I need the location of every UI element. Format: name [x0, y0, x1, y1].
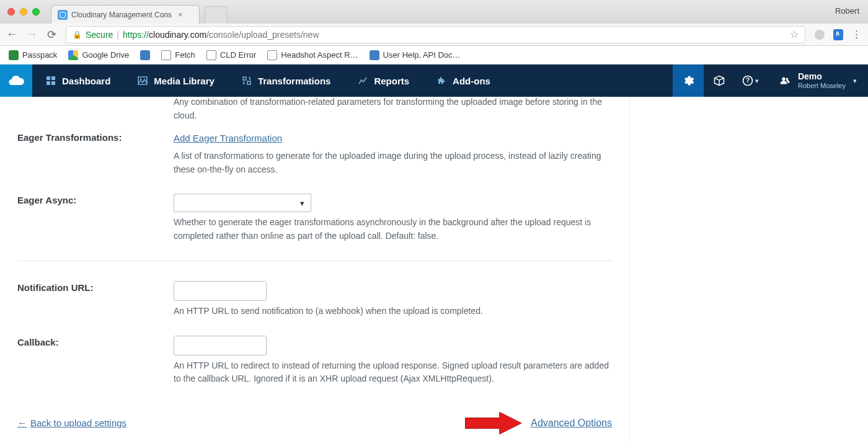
callback-hint: An HTTP URL to redirect to instead of re… — [174, 359, 612, 386]
annotation-arrow — [465, 412, 522, 434]
puzzle-icon — [436, 76, 446, 86]
svg-text:?: ? — [746, 77, 750, 84]
add-eager-transformation-link[interactable]: Add Eager Transformation — [174, 133, 282, 143]
label-eager-transformations: Eager Transformations: — [17, 131, 174, 176]
nav-media-library[interactable]: Media Library — [124, 65, 228, 97]
nav-transformations[interactable]: Transformations — [228, 65, 345, 97]
notification-url-input[interactable] — [174, 281, 267, 301]
window-chrome: Cloudinary Management Cons × Robert — [0, 0, 868, 24]
row-notification-url: Notification URL: An HTTP URL to send no… — [17, 272, 612, 327]
bookmark-google-drive[interactable]: Google Drive — [68, 50, 129, 60]
nav-label: Add-ons — [453, 76, 490, 86]
cloudinary-favicon — [58, 10, 68, 20]
url-bar: ← → ⟳ 🔒 Secure | https://cloudinary.com/… — [0, 24, 868, 46]
account-name: Demo — [798, 72, 846, 81]
grid-icon — [46, 76, 56, 86]
bookmark-label: Fetch — [175, 50, 195, 60]
image-icon — [138, 76, 148, 86]
settings-button[interactable] — [673, 65, 704, 97]
page-body: Any combination of transformation-relate… — [0, 97, 868, 443]
bookmark-cloudinary-2[interactable]: User Help, API Doc… — [370, 50, 461, 60]
incoming-transformation-hint: Any combination of transformation-relate… — [17, 97, 612, 122]
bookmark-cld-error[interactable]: CLD Error — [206, 50, 257, 60]
extension-icons: ⋮ — [814, 28, 862, 41]
side-empty-area — [630, 97, 868, 443]
nav-addons[interactable]: Add-ons — [423, 65, 504, 97]
bookmark-label: CLD Error — [220, 50, 257, 60]
address-bar[interactable]: 🔒 Secure | https://cloudinary.com/consol… — [66, 26, 805, 43]
svg-rect-1 — [51, 76, 55, 80]
bookmark-star-icon[interactable]: ☆ — [790, 29, 799, 40]
tab-title: Cloudinary Management Cons — [71, 11, 172, 19]
bookmark-label: Passpack — [22, 50, 57, 60]
form-content: Any combination of transformation-relate… — [0, 97, 630, 443]
divider: | — [117, 30, 119, 40]
chevron-down-icon: ▾ — [853, 77, 857, 85]
chevron-down-icon: ▾ — [755, 77, 759, 85]
browser-tab-active[interactable]: Cloudinary Management Cons × — [51, 5, 200, 24]
gear-icon — [682, 74, 694, 87]
back-to-upload-settings-link[interactable]: ←Back to upload settings — [17, 418, 126, 428]
bookmark-fetch[interactable]: Fetch — [161, 50, 195, 60]
label-notification-url: Notification URL: — [17, 281, 174, 318]
back-link-label: Back to upload settings — [30, 418, 126, 428]
cloudinary-logo[interactable] — [0, 65, 32, 97]
maximize-window-button[interactable] — [32, 8, 40, 16]
bookmark-label: Headshot Aspect R… — [281, 50, 358, 60]
bookmark-label: Google Drive — [82, 50, 129, 60]
row-callback: Callback: An HTTP URL to redirect to ins… — [17, 327, 612, 395]
nav-reports[interactable]: Reports — [344, 65, 423, 97]
browser-tabs: Cloudinary Management Cons × — [51, 0, 227, 24]
bookmark-headshot[interactable]: Headshot Aspect R… — [267, 50, 358, 60]
section-divider — [17, 261, 612, 261]
back-button[interactable]: ← — [6, 28, 17, 41]
advanced-options-link[interactable]: Advanced Options — [531, 418, 612, 429]
chart-icon — [358, 76, 368, 86]
label-callback: Callback: — [17, 336, 174, 386]
chrome-menu-button[interactable]: ⋮ — [851, 28, 862, 41]
close-window-button[interactable] — [7, 8, 15, 16]
row-eager-async: Eager Async: Whether to generate the eag… — [17, 185, 612, 251]
nav-label: Reports — [374, 76, 409, 86]
account-menu[interactable]: Demo Robert Moseley ▾ — [766, 65, 868, 97]
account-text: Demo Robert Moseley — [798, 72, 846, 89]
label-eager-async: Eager Async: — [17, 194, 174, 243]
page-icon — [267, 50, 277, 60]
gdrive-icon — [68, 50, 78, 60]
reload-button[interactable]: ⟳ — [46, 28, 57, 42]
box-icon — [713, 74, 725, 87]
new-tab-button[interactable] — [205, 6, 227, 24]
bottom-actions: ←Back to upload settings Advanced Option… — [17, 412, 612, 434]
svg-rect-3 — [51, 81, 55, 85]
page-icon — [161, 50, 171, 60]
bookmark-cloudinary[interactable] — [140, 50, 150, 60]
eager-async-select[interactable] — [174, 194, 311, 212]
extension-icon-1[interactable] — [814, 29, 825, 40]
callback-input[interactable] — [174, 336, 267, 356]
help-button[interactable]: ? ▾ — [735, 65, 766, 97]
help-icon: ? — [742, 74, 754, 87]
nav-label: Transformations — [258, 76, 331, 86]
app-top-nav: Dashboard Media Library Transformations … — [0, 65, 868, 97]
traffic-lights — [7, 8, 40, 16]
forward-button[interactable]: → — [26, 28, 37, 41]
svg-rect-0 — [46, 76, 50, 80]
minimize-window-button[interactable] — [20, 8, 27, 16]
nav-dashboard[interactable]: Dashboard — [32, 65, 124, 97]
tab-close-button[interactable]: × — [178, 10, 183, 19]
browser-profile-name[interactable]: Robert — [835, 6, 859, 16]
package-button[interactable] — [704, 65, 735, 97]
extension-icon-2[interactable] — [833, 29, 844, 40]
svg-rect-7 — [247, 81, 250, 84]
row-eager-transformations: Eager Transformations: Add Eager Transfo… — [17, 122, 612, 185]
bookmarks-bar: Passpack Google Drive Fetch CLD Error He… — [0, 46, 868, 65]
eager-transformations-hint: A list of transformations to generate fo… — [174, 150, 612, 176]
svg-rect-6 — [243, 77, 246, 80]
bookmark-passpack[interactable]: Passpack — [9, 50, 57, 60]
eager-async-hint: Whether to generate the eager transforma… — [174, 216, 612, 243]
lock-icon: 🔒 — [73, 30, 82, 39]
nav-right: ? ▾ Demo Robert Moseley ▾ — [673, 65, 868, 97]
bookmark-label: User Help, API Doc… — [383, 50, 461, 60]
svg-rect-2 — [46, 81, 50, 85]
transform-icon — [242, 76, 252, 86]
